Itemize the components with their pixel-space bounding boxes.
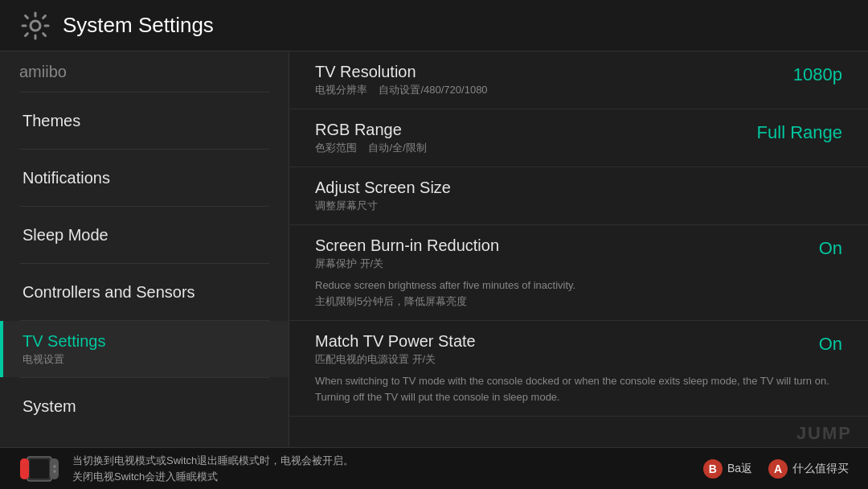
setting-rgb-range-info: RGB Range 色彩范围 自动/全/限制: [315, 121, 744, 155]
setting-screen-burn-in[interactable]: Screen Burn-in Reduction 屏幕保护 开/关 On Red…: [289, 225, 868, 321]
sidebar-item-sleep-mode[interactable]: Sleep Mode: [0, 207, 289, 263]
svg-point-6: [53, 465, 56, 468]
page-title: System Settings: [63, 13, 214, 38]
bottom-buttons: B Ba返 A 什么值得买: [703, 459, 849, 479]
setting-match-tv-power-info: Match TV Power State 匹配电视的电源设置 开/关: [315, 332, 806, 367]
rgb-range-value: Full Range: [757, 121, 842, 143]
svg-point-0: [31, 21, 40, 31]
setting-screen-burn-info: Screen Burn-in Reduction 屏幕保护 开/关: [315, 236, 806, 271]
setting-adjust-screen-info: Adjust Screen Size 调整屏幕尺寸: [315, 179, 829, 213]
svg-point-5: [23, 464, 27, 469]
main-layout: amiibo Themes Notifications Sleep Mode C…: [0, 51, 868, 447]
back-button-label[interactable]: B Ba返: [703, 459, 752, 479]
setting-tv-resolution[interactable]: TV Resolution 电视分辨率 自动设置/480/720/1080 10…: [289, 51, 868, 109]
sidebar-item-themes[interactable]: Themes: [0, 92, 289, 149]
bottom-left: 当切换到电视模式或Switch退出睡眠模式时，电视会被开启。 关闭电视Switc…: [19, 453, 354, 484]
screen-burn-value: On: [819, 236, 842, 259]
setting-tv-resolution-info: TV Resolution 电视分辨率 自动设置/480/720/1080: [315, 63, 780, 97]
svg-rect-4: [30, 459, 49, 479]
action-button-label[interactable]: A 什么值得买: [768, 459, 849, 479]
b-button-icon: B: [703, 459, 723, 479]
sidebar-item-amiibo[interactable]: amiibo: [0, 51, 289, 92]
svg-point-7: [53, 470, 56, 473]
setting-rgb-range[interactable]: RGB Range 色彩范围 自动/全/限制 Full Range: [289, 109, 868, 167]
sidebar: amiibo Themes Notifications Sleep Mode C…: [0, 51, 289, 447]
sidebar-item-notifications[interactable]: Notifications: [0, 150, 289, 206]
bottom-bar: 当切换到电视模式或Switch退出睡眠模式时，电视会被开启。 关闭电视Switc…: [0, 447, 868, 489]
setting-match-tv-power[interactable]: Match TV Power State 匹配电视的电源设置 开/关 On Wh…: [289, 321, 868, 417]
tv-resolution-value: 1080p: [793, 63, 842, 85]
header: System Settings: [0, 0, 868, 51]
sidebar-item-controllers[interactable]: Controllers and Sensors: [0, 264, 289, 320]
watermark: JUMP: [796, 423, 852, 444]
switch-console-icon: [19, 455, 59, 483]
bottom-description: 当切换到电视模式或Switch退出睡眠模式时，电视会被开启。 关闭电视Switc…: [72, 453, 354, 484]
svg-rect-3: [50, 458, 59, 479]
setting-adjust-screen-size[interactable]: Adjust Screen Size 调整屏幕尺寸: [289, 167, 868, 225]
match-tv-power-value: On: [819, 332, 842, 355]
sidebar-item-tv-settings[interactable]: TV Settings 电视设置: [0, 321, 289, 377]
gear-icon: [19, 10, 51, 42]
a-button-icon: A: [768, 459, 788, 479]
sidebar-item-system[interactable]: System: [0, 378, 289, 434]
content-area: TV Resolution 电视分辨率 自动设置/480/720/1080 10…: [289, 51, 868, 447]
